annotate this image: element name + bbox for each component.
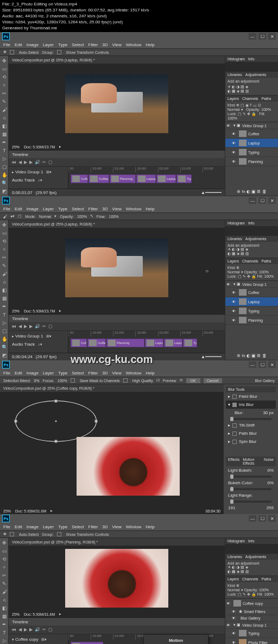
watermark: www.cg-ku.com [71,353,153,366]
play-icon[interactable]: ▶ [24,160,27,165]
canvas[interactable] [0,392,224,508]
histogram [225,62,278,72]
prev-frame-icon[interactable]: ◀ [18,160,22,165]
layer-typing[interactable]: 👁Typing [225,148,278,157]
speaker-icon[interactable]: 🔊 [35,160,40,165]
transition-icon[interactable]: ▢ [48,160,53,165]
video-track[interactable]: Coffee Coffee Planning Laptop Laptop Typ… [68,173,225,183]
move-tool-icon[interactable]: ✥ [3,50,7,54]
pen-tool-icon[interactable]: ✒ [1,139,8,146]
path-blur-item[interactable]: ▸Path Blur [226,429,276,437]
options-bar: ✥ Auto-Select Group: Show Transform Cont… [0,48,278,56]
video-frame [77,437,180,496]
tools-panel: ✥ ▭ ⟲ ✧ ✂ ✎ 🖌 ⎌ ◧ ▦ ✒ T ▷ ▢ ✋ 🔍 ◩ [0,56,9,196]
maximize-button[interactable]: ☐ [258,33,266,40]
move-tool-icon[interactable]: ✥ [3,532,7,536]
menu-image[interactable]: Image [27,42,39,47]
layer-group[interactable]: 👁▾ ▣Video Group 1 [225,122,278,129]
document-tab[interactable]: VideoComposition.psd @ 25% (Laptop, RGB/… [12,58,95,62]
brush-cursor-icon: ○ [205,268,208,274]
first-frame-icon[interactable]: ⏮ [12,160,16,165]
canvas[interactable]: ○ [9,228,225,308]
ps-icon: Ps [2,515,10,522]
iris-blur-item[interactable]: ▾Iris Blur [226,401,276,409]
wand-tool-icon[interactable]: ✧ [1,82,8,89]
menu-file[interactable]: File [3,42,10,47]
tab-libraries[interactable]: Libraries [228,73,242,77]
field-blur-item[interactable]: ▸Field Blur [226,392,276,401]
eraser-tool-icon[interactable]: ◧ [1,122,8,130]
close-button[interactable]: ✕ [268,197,276,204]
menu-window[interactable]: Window [126,42,141,47]
blur-options-bar: Selection Bleed:0% Focus:100% Save Mask … [0,377,278,384]
split-icon[interactable]: ✂ [42,160,46,165]
ps-icon: Ps [2,361,10,368]
timeline-panel: Timeline ⏮ ◀ ▶ ▶ 🔊 ✂ ▢ ▸ Video Group 1 ⊞… [9,150,225,196]
layer-laptop[interactable]: 👁Laptop [225,139,278,148]
path-tool-icon[interactable]: ▷ [1,155,8,162]
file-info-header: File: 2_3_Photo Editing on Videos.mp4 Si… [0,0,278,32]
track-video-group[interactable]: ▸ Video Group 1 ⊞▾ [11,168,66,176]
photoshop-window-4: Ps—☐✕ FileEditImageLayerTypeSelectFilter… [0,514,278,644]
crop-tool-icon[interactable]: ✂ [1,90,8,97]
blur-tools-panel: Blur Tools ▸Field Blur ▾Iris Blur Blur:3… [224,384,278,514]
shape-tool-icon[interactable]: ▢ [1,163,8,171]
tab-info[interactable]: Info [248,57,255,61]
eyedropper-icon[interactable]: ✎ [1,98,8,105]
layer-coffee[interactable]: 👁Coffee [225,129,278,139]
tab-channels[interactable]: Channels [242,97,258,101]
motion-popup[interactable]: Motion Resize to Fill Canvas Zoom From: … [143,634,208,644]
menu-help[interactable]: Help [146,42,154,47]
brush-tool-icon[interactable]: 🖌 [3,215,7,218]
tab-paths[interactable]: Paths [262,97,271,101]
menu-layer[interactable]: Layer [43,42,54,47]
ps-icon: Ps [2,197,10,204]
video-frame [65,74,168,133]
menubar: File Edit Image Layer Type Select Filter… [0,41,278,48]
maximize-button[interactable]: ☐ [258,197,266,204]
menu-edit[interactable]: Edit [15,42,22,47]
ok-button[interactable]: OK [186,378,200,383]
video-frame [65,549,168,608]
track-coffee-copy[interactable]: ▾ Coffee copy ⊞▾ [11,635,66,643]
document-tab[interactable]: VideoComposition.psd @ 25% (Laptop, RGB/… [12,222,95,226]
canvas[interactable] [9,64,225,143]
gradient-tool-icon[interactable]: ▦ [1,130,8,138]
iris-blur-ellipse[interactable] [15,401,97,442]
close-button[interactable]: ✕ [268,33,276,40]
time-ruler[interactable]: 0015:00f01:00f15:00f02:00f15:00f03:00f [68,167,225,172]
hand-tool-icon[interactable]: ✋ [1,171,8,179]
panels: HistogramInfo LibrariesAdjustments Add a… [225,56,278,196]
brush-tool-icon[interactable]: 🖌 [1,106,8,114]
spin-blur-item[interactable]: ▸Spin Blur [226,437,276,446]
cancel-button[interactable]: Cancel [204,378,222,383]
minimize-button[interactable]: — [249,33,256,40]
colors-icon[interactable]: ◩ [1,187,8,195]
track-audio[interactable]: Audio Track ♪▾ [11,176,66,184]
menu-type[interactable]: Type [58,42,67,47]
tab-adjustments[interactable]: Adjustments [245,73,267,77]
video-frame [65,239,168,297]
next-frame-icon[interactable]: ▶ [29,160,33,165]
zoom-tool-icon[interactable]: 🔍 [1,179,8,187]
photoshop-window-2: Ps—☐✕ FileEditImageLayerTypeSelectFilter… [0,196,278,360]
menu-filter[interactable]: Filter [89,42,98,47]
titlebar: Ps — ☐ ✕ [0,32,278,41]
menu-select[interactable]: Select [72,42,84,47]
stamp-tool-icon[interactable]: ⎌ [1,114,8,122]
tab-layers[interactable]: Layers [228,97,239,101]
canvas[interactable] [9,546,225,611]
menu-view[interactable]: View [112,42,122,47]
minimize-button[interactable]: — [249,197,256,204]
menu-3d[interactable]: 3D [102,42,108,47]
tab-histogram[interactable]: Histogram [228,57,245,61]
photoshop-window-1: Ps — ☐ ✕ File Edit Image Layer Type Sele… [0,32,278,196]
type-tool-icon[interactable]: T [1,147,8,154]
photoshop-window-3-blur: Ps—☐✕ FileEditImageLayerTypeSelectFilter… [0,360,278,514]
tilt-shift-item[interactable]: ▸Tilt-Shift [226,421,276,429]
lasso-tool-icon[interactable]: ⟲ [1,73,8,81]
marquee-tool-icon[interactable]: ▭ [1,65,8,73]
ps-icon: Ps [2,33,10,40]
move-tool-icon[interactable]: ✥ [1,57,8,65]
layer-planning[interactable]: 👁Planning [225,157,278,166]
